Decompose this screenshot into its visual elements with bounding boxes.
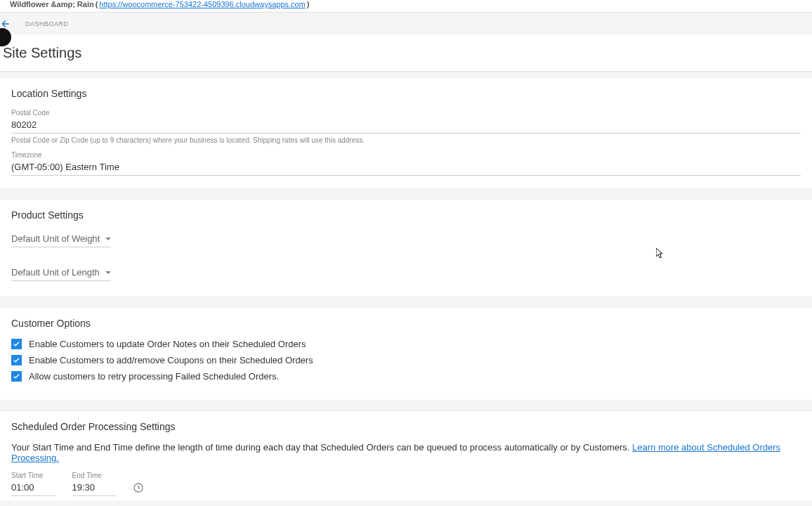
chevron-down-icon — [105, 238, 111, 240]
postal-code-label: Postal Code — [11, 109, 801, 117]
check-icon — [13, 372, 20, 380]
end-time-label: End Time — [72, 472, 117, 479]
breadcrumb[interactable]: DASHBOARD — [25, 20, 69, 27]
timezone-label: Timezone — [11, 151, 801, 159]
end-time-field: End Time 19:30 — [72, 472, 117, 496]
customer-option-3: Allow customers to retry processing Fail… — [11, 371, 801, 382]
chevron-down-icon — [105, 271, 111, 274]
start-time-field: Start Time 01:00 — [11, 472, 55, 496]
postal-code-input[interactable]: 80202 — [11, 117, 801, 134]
url-paren-open: ( — [96, 0, 98, 8]
unit-length-dropdown[interactable]: Default Unit of Length — [11, 264, 111, 281]
postal-code-hint: Postal Code or Zip Code (up to 9 charact… — [11, 136, 801, 144]
scheduled-description: Your Start Time and End Time define the … — [11, 442, 801, 463]
checkbox-order-notes-label: Enable Customers to update Order Notes o… — [29, 339, 306, 349]
unit-length-label: Default Unit of Length — [11, 267, 100, 278]
postal-code-field: Postal Code 80202 Postal Code or Zip Cod… — [11, 109, 801, 144]
page-title-wrap: Site Settings — [0, 35, 812, 72]
customer-options-section: Customer Options Enable Customers to upd… — [0, 307, 812, 401]
site-name: Wildflower &amp; Rain — [10, 0, 94, 8]
scheduled-desc-text: Your Start Time and End Time define the … — [11, 442, 632, 453]
top-bar: Wildflower &amp; Rain ( https://woocomme… — [0, 0, 812, 13]
location-settings-title: Location Settings — [11, 88, 801, 99]
url-paren-close: ) — [307, 0, 310, 8]
start-time-input[interactable]: 01:00 — [11, 479, 55, 496]
clock-icon[interactable] — [133, 482, 144, 493]
header-row: DASHBOARD — [0, 13, 812, 35]
page-title: Site Settings — [3, 45, 809, 61]
customer-options-title: Customer Options — [11, 318, 801, 329]
timezone-input[interactable]: (GMT-05:00) Eastern Time — [11, 159, 801, 176]
checkbox-coupons-label: Enable Customers to add/remove Coupons o… — [29, 355, 313, 365]
customer-option-2: Enable Customers to add/remove Coupons o… — [11, 355, 801, 365]
checkbox-retry[interactable] — [11, 371, 22, 382]
product-settings-title: Product Settings — [11, 209, 801, 221]
site-url-link[interactable]: https://woocommerce-753422-4509396.cloud… — [99, 0, 306, 8]
unit-weight-label: Default Unit of Weight — [11, 233, 100, 244]
time-fields: Start Time 01:00 End Time 19:30 — [11, 472, 801, 496]
product-settings-section: Product Settings Default Unit of Weight … — [0, 199, 812, 297]
end-time-input[interactable]: 19:30 — [72, 479, 117, 496]
checkbox-coupons[interactable] — [11, 355, 22, 365]
customer-option-1: Enable Customers to update Order Notes o… — [11, 339, 801, 349]
scheduled-settings-section: Scheduled Order Processing Settings Your… — [0, 410, 812, 500]
check-icon — [13, 340, 20, 348]
location-settings-section: Location Settings Postal Code 80202 Post… — [0, 77, 812, 189]
scheduled-settings-title: Scheduled Order Processing Settings — [11, 421, 801, 432]
start-time-label: Start Time — [11, 472, 55, 479]
top-context: Wildflower &amp; Rain ( https://woocomme… — [10, 0, 310, 8]
timezone-field: Timezone (GMT-05:00) Eastern Time — [11, 151, 801, 176]
checkbox-order-notes[interactable] — [11, 339, 22, 349]
unit-weight-dropdown[interactable]: Default Unit of Weight — [11, 231, 111, 247]
checkbox-retry-label: Allow customers to retry processing Fail… — [29, 371, 279, 382]
check-icon — [13, 356, 20, 364]
